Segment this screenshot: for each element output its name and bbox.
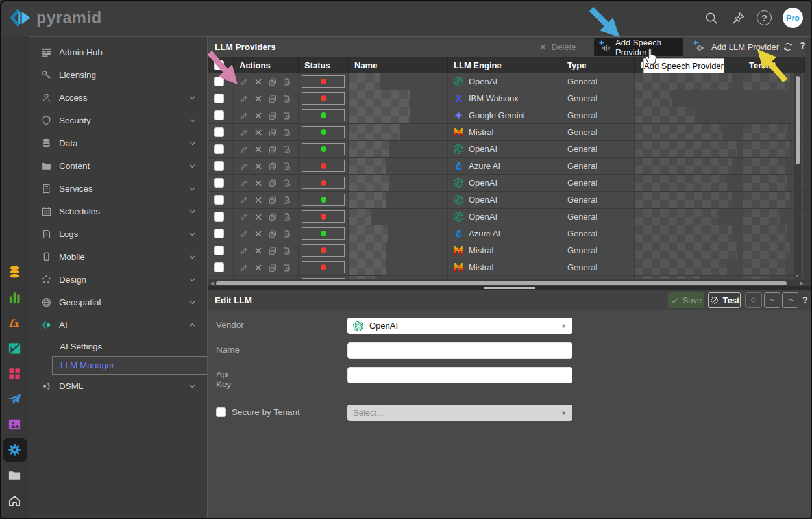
row-checkbox[interactable] <box>214 195 224 205</box>
table-row[interactable]: OpenAI General <box>208 141 805 158</box>
secure-by-tenant-checkbox[interactable] <box>216 407 226 417</box>
clipboard-history-icon[interactable] <box>282 94 291 103</box>
duplicate-icon[interactable] <box>268 128 277 137</box>
edit-pencil-icon[interactable] <box>240 212 249 222</box>
duplicate-icon[interactable] <box>268 77 277 86</box>
pro-badge[interactable]: Pro <box>783 8 803 28</box>
edit-pencil-icon[interactable] <box>240 77 249 86</box>
clipboard-history-icon[interactable] <box>282 179 291 188</box>
pin-icon[interactable] <box>730 10 746 26</box>
row-checkbox[interactable] <box>214 127 224 137</box>
clipboard-history-icon[interactable] <box>282 212 291 222</box>
row-checkbox[interactable] <box>214 246 224 255</box>
scroll-down-arrow-icon[interactable]: ▼ <box>795 273 800 278</box>
row-checkbox[interactable] <box>214 229 224 238</box>
rail-item-publish-plane-icon[interactable] <box>2 386 27 412</box>
table-row[interactable]: OpenAI General <box>208 175 805 192</box>
table-row[interactable]: Google Gemini General <box>208 107 805 124</box>
test-button[interactable]: Test <box>708 292 741 308</box>
rail-item-bar-chart-icon[interactable] <box>2 285 27 310</box>
row-checkbox[interactable] <box>214 161 224 171</box>
rail-item-present-slide-icon[interactable] <box>2 336 27 361</box>
delete-x-icon[interactable] <box>254 94 263 103</box>
sidebar-item-ai-settings[interactable]: AI Settings <box>29 336 207 356</box>
table-row[interactable]: OpenAI General <box>208 209 805 225</box>
table-row[interactable]: Mistral General <box>208 242 805 259</box>
collapse-down-button[interactable] <box>764 292 780 308</box>
table-row[interactable]: OpenAI General <box>208 192 805 209</box>
duplicate-icon[interactable] <box>268 212 277 222</box>
rail-item-content-folder-icon[interactable] <box>2 462 27 488</box>
sidebar-item-access[interactable]: Access <box>29 86 207 109</box>
clipboard-history-icon[interactable] <box>282 145 291 154</box>
sidebar-item-security[interactable]: Security <box>29 109 207 132</box>
delete-x-icon[interactable] <box>254 229 263 238</box>
row-checkbox[interactable] <box>214 94 224 103</box>
splitter-grip[interactable] <box>484 287 535 290</box>
edit-pencil-icon[interactable] <box>240 111 249 120</box>
collapse-up-button[interactable] <box>782 292 798 308</box>
horizontal-scrollbar[interactable]: ◀ ▶ <box>209 280 805 286</box>
sidebar-item-design[interactable]: Design <box>29 268 207 291</box>
row-checkbox[interactable] <box>214 212 224 222</box>
rail-item-admin-gear-icon[interactable] <box>2 437 27 462</box>
delete-x-icon[interactable] <box>254 145 263 154</box>
duplicate-icon[interactable] <box>268 145 277 154</box>
delete-button[interactable]: Delete <box>539 38 576 56</box>
edit-pencil-icon[interactable] <box>240 162 249 171</box>
sidebar-item-admin-hub[interactable]: Admin Hub <box>29 41 207 64</box>
vertical-scrollbar[interactable]: ▼ <box>794 73 801 279</box>
sidebar-item-geospatial[interactable]: Geospatial <box>29 291 207 314</box>
vertical-scrollbar-thumb[interactable] <box>796 76 800 164</box>
rail-item-home-icon[interactable] <box>2 488 27 513</box>
edit-pencil-icon[interactable] <box>240 229 249 238</box>
delete-x-icon[interactable] <box>254 246 263 255</box>
delete-x-icon[interactable] <box>254 212 263 222</box>
table-row[interactable]: Mistral General <box>208 259 805 276</box>
clipboard-history-icon[interactable] <box>282 229 291 238</box>
sidebar-item-services[interactable]: Services <box>29 177 207 200</box>
select-all-checkbox[interactable] <box>214 60 224 70</box>
duplicate-icon[interactable] <box>268 229 277 238</box>
duplicate-icon[interactable] <box>268 94 277 103</box>
table-row[interactable]: IBM Watsonx General <box>208 90 805 107</box>
duplicate-icon[interactable] <box>268 179 277 188</box>
delete-x-icon[interactable] <box>254 179 263 188</box>
horizontal-scrollbar-thumb[interactable] <box>216 281 787 285</box>
scroll-right-arrow-icon[interactable]: ▶ <box>800 281 804 286</box>
edit-pencil-icon[interactable] <box>240 196 249 205</box>
add-speech-provider-button[interactable]: + Add Speech Provider <box>594 38 683 56</box>
edit-pencil-icon[interactable] <box>240 145 249 154</box>
duplicate-icon[interactable] <box>268 263 277 272</box>
sidebar-item-mobile[interactable]: Mobile <box>29 246 207 268</box>
delete-x-icon[interactable] <box>254 77 263 86</box>
row-checkbox[interactable] <box>214 110 224 120</box>
row-checkbox[interactable] <box>214 77 224 86</box>
vendor-dropdown[interactable]: OpenAI ▼ <box>347 318 572 334</box>
rail-item-formulate-fx-icon[interactable] <box>2 310 27 336</box>
duplicate-icon[interactable] <box>268 246 277 255</box>
sidebar-item-content[interactable]: Content <box>29 155 207 177</box>
api-key-input[interactable] <box>347 367 572 383</box>
delete-x-icon[interactable] <box>254 196 263 205</box>
save-button[interactable]: Save <box>668 292 704 308</box>
delete-x-icon[interactable] <box>254 128 263 137</box>
duplicate-icon[interactable] <box>268 196 277 205</box>
diamond-button[interactable] <box>745 292 762 308</box>
name-input[interactable] <box>347 342 572 359</box>
help-icon[interactable]: ? <box>757 10 772 25</box>
edit-pencil-icon[interactable] <box>240 179 249 188</box>
rail-item-tabulate-grid-icon[interactable] <box>2 361 27 386</box>
clipboard-history-icon[interactable] <box>282 128 291 137</box>
grid-help-icon[interactable]: ? <box>800 40 806 51</box>
delete-x-icon[interactable] <box>254 162 263 171</box>
clipboard-history-icon[interactable] <box>282 196 291 205</box>
refresh-icon[interactable] <box>782 41 794 53</box>
tenant-select-dropdown[interactable]: Select... ▼ <box>347 405 572 421</box>
table-row[interactable]: Azure AI General <box>208 225 805 242</box>
sidebar-item-data[interactable]: Data <box>29 132 207 155</box>
delete-x-icon[interactable] <box>254 263 263 272</box>
table-row[interactable]: IBM Watsonx General <box>208 276 805 279</box>
sidebar-item-schedules[interactable]: Schedules <box>29 200 207 223</box>
sidebar-item-ai[interactable]: AI <box>29 314 207 336</box>
